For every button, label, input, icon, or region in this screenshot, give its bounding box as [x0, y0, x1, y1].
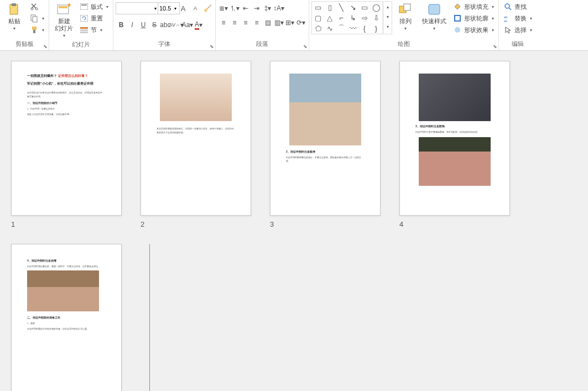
shape-brace-right[interactable]: } [371, 23, 382, 33]
new-slide-icon [55, 2, 73, 17]
insertion-cursor [149, 244, 150, 391]
arrange-button[interactable]: 排列 ▾ [393, 1, 418, 32]
shape-arc[interactable]: ⌒ [336, 23, 347, 33]
outdent-icon: ⇤ [243, 4, 248, 12]
new-slide-button[interactable]: 新建 幻灯片 ▾ [51, 1, 76, 39]
distribute-icon: ▤ [265, 19, 271, 27]
shape-roundrect[interactable]: ▢ [313, 13, 324, 23]
shapes-scroll-down[interactable]: ▾ [384, 12, 392, 22]
group-label-font: 字体 [116, 39, 213, 49]
change-case-button[interactable]: Aa▾ [182, 19, 193, 31]
shape-fill-button[interactable]: 形状填充 ▾ [451, 1, 496, 12]
replace-button[interactable]: abac 替换 ▾ [501, 13, 534, 24]
select-button[interactable]: 选择 ▾ [501, 24, 534, 35]
shape-vtextbox[interactable]: ▯ [324, 2, 335, 12]
numbering-icon: ⒈ [230, 4, 236, 13]
shape-outline-button[interactable]: 形状轮廓 ▾ [451, 13, 496, 24]
eraser-icon: 🧹 [204, 4, 212, 12]
shapes-scroll-up[interactable]: ▴ [384, 2, 392, 12]
shape-wave[interactable]: 〰 [347, 23, 358, 33]
shape-curve[interactable]: ∿ [324, 23, 335, 33]
slide-thumb-5[interactable]: 4、拍证件照时注意表情 拍证件照时表情要自然，微微一笑即可，不要太过夸张，也不要… [11, 244, 122, 391]
font-color-icon: A [195, 20, 199, 30]
copy-button[interactable]: ▾ [28, 13, 46, 24]
slide-thumb-1[interactable]: 一拍照就丑到爆炸？ 证件照怎么拍好看？ 牢记拍照"小心机"，你也可以拍出最美证件… [11, 61, 122, 228]
layout-icon [80, 2, 89, 11]
shrink-font-button[interactable]: A [190, 2, 201, 14]
increase-indent-button[interactable]: ⇥ [251, 2, 262, 14]
shape-arrow-right[interactable]: ⇨ [359, 13, 370, 23]
italic-button[interactable]: I [127, 19, 138, 31]
shape-oval[interactable]: ◯ [371, 2, 382, 12]
layout-button[interactable]: 版式 ▾ [77, 1, 111, 12]
grow-font-button[interactable]: A [178, 2, 189, 14]
underline-button[interactable]: U [138, 19, 149, 31]
shape-arrow-line[interactable]: ↘ [347, 2, 358, 12]
align-text-button[interactable]: ⊞▾ [284, 17, 295, 29]
shapes-gallery[interactable]: ▭ ▯ ╲ ↘ ▭ ◯ ▢ △ ⌐ ↳ ⇨ ⇩ ⬠ ∿ ⌒ 〰 { [311, 1, 383, 34]
slide-sorter[interactable]: 一拍照就丑到爆炸？ 证件照怎么拍好看？ 牢记拍照"小心机"，你也可以拍出最美证件… [0, 51, 588, 391]
text-direction-button[interactable]: ↕A▾ [273, 2, 284, 14]
slide-thumb-2[interactable]: 耳朵是很容易被忽视的部位，拍照前一定要清洁耳朵，保持干净整洁，这样拍出来的照片才… [141, 61, 251, 228]
shape-rect[interactable]: ▭ [359, 2, 370, 12]
arrange-icon [397, 2, 414, 17]
align-center-icon: ≡ [232, 19, 236, 27]
svg-rect-13 [80, 27, 88, 29]
align-right-button[interactable]: ≡ [240, 17, 251, 29]
section-button[interactable]: 节 ▾ [77, 24, 111, 35]
bullets-icon: ≣ [219, 4, 225, 12]
paragraph-launcher[interactable]: ⬊ [303, 44, 308, 49]
strike-button[interactable]: S [149, 19, 160, 31]
image-placeholder [419, 137, 491, 186]
outline-icon [453, 14, 462, 23]
shape-textbox[interactable]: ▭ [313, 2, 324, 12]
slide-number: 3 [270, 220, 381, 228]
shape-elbow[interactable]: ↳ [347, 13, 358, 23]
indent-icon: ⇥ [254, 4, 259, 12]
reset-button[interactable]: 重置 [77, 13, 111, 24]
chevron-down-icon: ▾ [433, 26, 435, 31]
slide-thumb-3[interactable]: 2、拍证件照时注意眼神 拍证件照时眼神要自然放松，不要太过紧张，眼睛看向镜头稍微… [270, 61, 381, 228]
group-label-slides: 幻灯片 [51, 39, 111, 50]
shape-line[interactable]: ╲ [336, 2, 347, 12]
font-color-button[interactable]: A▾ [193, 19, 204, 31]
shape-freeform[interactable]: ⬠ [313, 23, 324, 33]
format-painter-button[interactable]: ▾ [28, 24, 46, 35]
svg-point-21 [505, 4, 509, 8]
group-paragraph: ≣▾ ⒈▾ ⇤ ⇥ ‡▾ ↕A▾ ≡ ≡ ≡ ≡ ▤ ▥▾ ⊞▾ ⟳▾ 段落 ⬊ [216, 0, 309, 50]
copy-icon [30, 14, 39, 23]
char-spacing-button[interactable]: AV↔▾ [171, 19, 182, 31]
shape-triangle[interactable]: △ [324, 13, 335, 23]
cut-button[interactable] [28, 1, 46, 12]
columns-button[interactable]: ▥▾ [273, 17, 284, 29]
distribute-button[interactable]: ▤ [262, 17, 273, 29]
find-button[interactable]: 查找 [501, 1, 534, 12]
shape-effects-button[interactable]: 形状效果 ▾ [451, 24, 496, 35]
slide-thumb-4[interactable]: 3、拍证件照时注意配饰 拍证件照时尽量不要佩戴眼镜、耳环等配饰，保持面部清爽自然… [399, 61, 510, 228]
clipboard-launcher[interactable]: ⬊ [43, 44, 48, 49]
shape-lconnector[interactable]: ⌐ [336, 13, 347, 23]
svg-rect-7 [33, 30, 35, 33]
chevron-down-icon: ▾ [100, 28, 102, 33]
font-name-select[interactable] [116, 2, 161, 14]
numbering-button[interactable]: ⒈▾ [229, 2, 240, 14]
align-center-button[interactable]: ≡ [229, 17, 240, 29]
line-spacing-button[interactable]: ‡▾ [262, 2, 273, 14]
bold-button[interactable]: B [116, 19, 127, 31]
drawing-launcher[interactable]: ⬊ [493, 44, 497, 49]
paste-button[interactable]: 粘贴 ▾ [2, 1, 27, 32]
quick-styles-button[interactable]: 快速样式 ▾ [419, 1, 450, 32]
smartart-button[interactable]: ⟳▾ [295, 17, 306, 29]
align-left-button[interactable]: ≡ [218, 17, 229, 29]
bullets-button[interactable]: ≣▾ [218, 2, 229, 14]
clear-format-button[interactable]: 🧹 [202, 2, 213, 14]
font-launcher[interactable]: ⬊ [210, 44, 214, 49]
shapes-more[interactable]: ▾ [384, 22, 392, 32]
svg-rect-18 [429, 4, 440, 14]
decrease-indent-button[interactable]: ⇤ [240, 2, 251, 14]
font-size-select[interactable] [158, 2, 180, 14]
svg-rect-10 [80, 3, 88, 10]
shape-brace-left[interactable]: { [359, 23, 370, 33]
justify-button[interactable]: ≡ [251, 17, 262, 29]
shape-arrow-down[interactable]: ⇩ [371, 13, 382, 23]
